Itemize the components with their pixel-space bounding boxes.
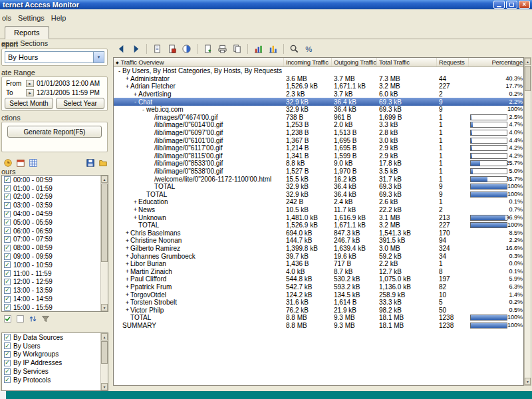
section-checkbox[interactable]: ✓	[4, 342, 11, 349]
hour-item[interactable]: ✓09:00 - 09:59	[2, 252, 100, 261]
scroll-down-icon[interactable]: ▼	[101, 383, 108, 390]
table-row[interactable]: +Victor Philp76.2 kB21.9 kB98.2 kB500.5%	[114, 306, 523, 314]
hour-item[interactable]: ✓14:00 - 14:59	[2, 295, 100, 303]
hour-checkbox[interactable]: ✓	[4, 296, 11, 303]
table-row[interactable]: +TorgovOtdel124.2 kB134.5 kB258.9 kB101.…	[114, 291, 523, 299]
tree-expander[interactable]: +	[124, 245, 130, 251]
maximize-button[interactable]	[506, 1, 517, 9]
sections-scrollbar[interactable]: ▲ ▼	[100, 333, 108, 390]
hour-item[interactable]: ✓15:00 - 15:59	[2, 303, 100, 311]
pie-chart-icon[interactable]	[180, 42, 194, 55]
close-button[interactable]: ×	[519, 1, 530, 9]
column-header-incoming[interactable]: Incoming Traffic	[284, 58, 332, 66]
table-row[interactable]: +Torsten Strobelt31.6 kB1,614 B33.3 kB50…	[114, 299, 523, 307]
column-header-traffic-overview[interactable]: ◆ Traffic Overview	[114, 58, 284, 66]
table-row[interactable]: +Christine Noonan144.7 kB246.7 kB391.5 k…	[114, 237, 523, 245]
table-row[interactable]: TOTAL32.9 kB36.4 kB69.3 kB9100%	[114, 191, 523, 199]
hour-checkbox[interactable]: ✓	[4, 194, 11, 200]
hour-checkbox[interactable]: ✓	[4, 219, 11, 225]
tree-expander[interactable]: +	[124, 237, 130, 244]
forward-icon[interactable]	[129, 42, 143, 55]
hour-item[interactable]: ✓11:00 - 11:59	[2, 269, 100, 278]
tree-expander[interactable]: +	[124, 261, 130, 267]
print-icon[interactable]	[215, 42, 229, 55]
hour-item[interactable]: ✓05:00 - 05:59	[2, 218, 100, 227]
print-preview-icon[interactable]	[230, 42, 244, 55]
column-header-requests[interactable]: Requests	[437, 58, 469, 66]
scrollbar-thumb[interactable]	[101, 184, 108, 262]
tree-expander[interactable]: -	[140, 106, 146, 113]
hour-item[interactable]: ✓04:00 - 04:59	[2, 209, 100, 218]
table-row[interactable]: /welcome/lite/0"2006-1172-1100'00.html15…	[114, 175, 523, 183]
hour-checkbox[interactable]: ✓	[4, 185, 11, 192]
check-all-icon[interactable]	[2, 314, 13, 325]
chevron-down-icon[interactable]: ▼	[93, 52, 104, 63]
grid-icon[interactable]	[27, 158, 39, 168]
clock-icon[interactable]	[2, 158, 13, 168]
bar-chart-icon[interactable]	[251, 42, 265, 55]
table-row[interactable]: +Johannes Grumboeck39.7 kB19.6 kB59.2 kB…	[114, 252, 523, 260]
table-row[interactable]: /lib/image/0"8115'00.gif1,341 B1,599 B2.…	[114, 152, 523, 160]
scroll-up-icon[interactable]: ▲	[101, 176, 108, 183]
section-item[interactable]: ✓By Users	[2, 342, 100, 350]
minimize-button[interactable]	[493, 1, 505, 9]
table-row[interactable]: TOTAL1,526.9 kB1,671.1 kB3.2 MB227100%	[114, 221, 523, 229]
hour-checkbox[interactable]: ✓	[4, 261, 11, 268]
zoom-icon[interactable]	[287, 42, 301, 55]
section-checkbox[interactable]: ✓	[4, 376, 11, 383]
table-row[interactable]: +Adrian Fletcher1,526.9 kB1,671.1 kB3.2 …	[114, 82, 523, 90]
hour-item[interactable]: ✓06:00 - 06:59	[2, 227, 100, 235]
hour-item[interactable]: ✓03:00 - 03:59	[2, 201, 100, 209]
tree-expander[interactable]: -	[132, 98, 138, 105]
scroll-up-icon[interactable]: ▲	[101, 333, 108, 340]
invert-selection-icon[interactable]	[27, 314, 39, 325]
generate-report-button[interactable]: Generate Report(F5)	[7, 126, 102, 138]
tree-expander[interactable]: +	[124, 268, 130, 275]
hour-item[interactable]: ✓12:00 - 12:59	[2, 278, 100, 287]
hour-item[interactable]: ✓08:00 - 08:59	[2, 243, 100, 252]
percent-icon[interactable]: %	[302, 42, 316, 55]
section-checkbox[interactable]: ✓	[4, 334, 11, 340]
hour-checkbox[interactable]: ✓	[4, 287, 11, 294]
scroll-down-icon[interactable]: ▼	[101, 304, 108, 311]
to-date-dropdown-icon[interactable]: ►	[26, 89, 34, 96]
hour-item[interactable]: ✓01:00 - 01:59	[2, 184, 100, 193]
section-checkbox[interactable]: ✓	[4, 351, 11, 358]
table-row[interactable]: +Education242 B2.4 kB2.6 kB10.1%	[114, 198, 523, 206]
table-row[interactable]: +Ppatrick Frum542.7 kB593.2 kB1,136.0 kB…	[114, 283, 523, 291]
section-checkbox[interactable]: ✓	[4, 360, 11, 366]
tree-expander[interactable]: +	[124, 75, 130, 82]
section-item[interactable]: ✓By Data Sources	[2, 333, 100, 342]
column-header-outgoing[interactable]: Outgoing Traffic	[332, 58, 377, 66]
filter-icon[interactable]	[40, 314, 51, 325]
uncheck-all-icon[interactable]	[15, 314, 26, 325]
section-item[interactable]: ✓By Workgroups	[2, 350, 100, 359]
hour-checkbox[interactable]: ✓	[4, 279, 11, 285]
tree-expander[interactable]: +	[124, 283, 130, 290]
tree-expander[interactable]: -	[116, 68, 122, 74]
open-folder-icon[interactable]	[97, 158, 108, 168]
section-item[interactable]: ✓By Services	[2, 367, 100, 376]
scroll-down-icon[interactable]: ▼	[525, 378, 531, 385]
table-row[interactable]: TOTAL32.9 kB36.4 kB69.3 kB9100%	[114, 183, 523, 191]
menu-tools[interactable]: ols	[1, 13, 17, 23]
table-row[interactable]: +Libor Burian1,436 B717 B2.2 kB10.0%	[114, 260, 523, 268]
hours-scrollbar[interactable]: ▲ ▼	[100, 176, 108, 311]
tree-expander[interactable]: +	[132, 199, 138, 205]
scrollbar-thumb[interactable]	[525, 66, 531, 91]
save-icon[interactable]	[84, 158, 96, 168]
hour-checkbox[interactable]: ✓	[4, 202, 11, 209]
table-row[interactable]: SUMMARY8.8 MB9.3 MB18.1 MB1238100%	[114, 322, 523, 330]
column-header-percentage[interactable]: Percentage	[469, 58, 524, 66]
tree-expander[interactable]: +	[124, 291, 130, 298]
table-row[interactable]: +Unknown1,481.0 kB1,616.9 kB3.1 MB21396.…	[114, 213, 523, 221]
table-row[interactable]: -By Users, By Host Categories, By Hosts,…	[114, 67, 523, 75]
table-row[interactable]: +Martin Zinaich4.0 kB8.7 kB12.7 kB80.1%	[114, 267, 523, 275]
hour-item[interactable]: ✓13:00 - 13:59	[2, 286, 100, 295]
section-checkbox[interactable]: ✓	[4, 368, 11, 375]
table-row[interactable]: TOTAL8.8 MB9.3 MB18.1 MB1238100%	[114, 314, 523, 322]
menu-settings[interactable]: Settings	[17, 13, 50, 23]
from-date-dropdown-icon[interactable]: ►	[26, 80, 34, 87]
table-row[interactable]: /lib/image/0"6117'00.gif1,214 B1,695 B2.…	[114, 144, 523, 152]
table-row[interactable]: +Advertising2.3 kB3.7 kB6.0 kB20.2%	[114, 90, 523, 98]
